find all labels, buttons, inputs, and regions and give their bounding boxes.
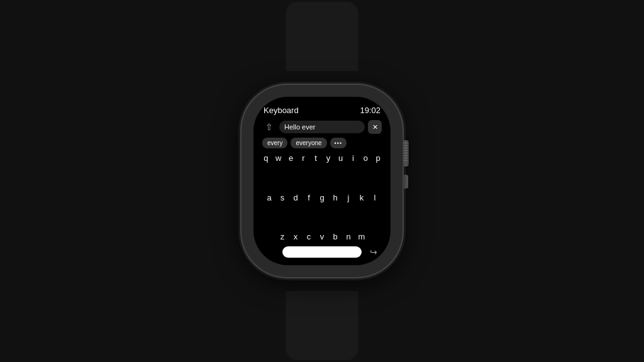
digital-crown[interactable]: [402, 140, 409, 167]
key-n[interactable]: n: [343, 232, 354, 241]
key-k[interactable]: k: [357, 193, 367, 202]
key-g[interactable]: g: [317, 193, 328, 202]
suggestion-every-label: every: [267, 140, 282, 146]
key-o[interactable]: o: [360, 153, 370, 163]
keyboard-row-2: a s d f g h j k l: [261, 193, 383, 202]
key-w[interactable]: w: [274, 153, 284, 163]
backspace-icon: ✕: [372, 123, 378, 131]
input-row: ⇧ Hello ever ✕: [261, 120, 383, 134]
key-v[interactable]: v: [317, 232, 328, 241]
key-y[interactable]: y: [323, 153, 333, 163]
send-icon: ↪: [370, 247, 377, 257]
keyboard-row-3: z x c v b n m: [261, 232, 383, 241]
space-bar[interactable]: [282, 246, 362, 258]
screen-header: Keyboard 19:02: [261, 106, 383, 115]
key-x[interactable]: x: [291, 232, 301, 241]
key-z[interactable]: z: [277, 232, 288, 241]
suggestion-every[interactable]: every: [262, 138, 287, 148]
key-j[interactable]: j: [343, 193, 354, 202]
time-display: 19:02: [360, 106, 380, 115]
emoji-icon: ☺: [266, 247, 275, 257]
key-u[interactable]: u: [336, 153, 346, 163]
shift-button[interactable]: ⇧: [262, 120, 276, 134]
watch-container: Keyboard 19:02 ⇧ Hello ever ✕ every: [221, 62, 423, 300]
key-t[interactable]: t: [311, 153, 321, 163]
watch-case: Keyboard 19:02 ⇧ Hello ever ✕ every: [240, 84, 404, 278]
key-f[interactable]: f: [304, 193, 314, 202]
key-p[interactable]: p: [373, 153, 383, 163]
send-button[interactable]: ↪: [367, 245, 380, 259]
key-r[interactable]: r: [298, 153, 308, 163]
more-dots-icon: •••: [335, 140, 342, 146]
suggestion-everyone-label: everyone: [296, 140, 321, 146]
suggestions-row: every everyone •••: [261, 138, 383, 148]
key-i[interactable]: i: [348, 153, 358, 163]
backspace-button[interactable]: ✕: [368, 120, 382, 134]
key-e[interactable]: e: [286, 153, 296, 163]
band-bottom: [286, 291, 358, 360]
watch-screen: Keyboard 19:02 ⇧ Hello ever ✕ every: [253, 97, 391, 265]
key-q[interactable]: q: [261, 153, 271, 163]
text-field-content: Hello ever: [284, 123, 316, 131]
key-h[interactable]: h: [330, 193, 341, 202]
key-m[interactable]: m: [357, 232, 367, 241]
emoji-button[interactable]: ☺: [264, 245, 277, 259]
keyboard-area: q w e r t y u i o p a s d f g h: [261, 153, 383, 241]
key-l[interactable]: l: [370, 193, 380, 202]
key-c[interactable]: c: [304, 232, 314, 241]
bottom-bar: ☺ ↪: [261, 245, 383, 259]
key-a[interactable]: a: [264, 193, 275, 202]
more-suggestions-button[interactable]: •••: [330, 138, 347, 148]
suggestion-everyone[interactable]: everyone: [291, 138, 326, 148]
key-s[interactable]: s: [277, 193, 288, 202]
side-button[interactable]: [403, 175, 408, 189]
shift-icon: ⇧: [265, 122, 273, 132]
app-title: Keyboard: [264, 106, 299, 115]
keyboard-row-1: q w e r t y u i o p: [261, 153, 383, 163]
band-top: [286, 2, 358, 71]
key-d[interactable]: d: [291, 193, 301, 202]
text-field[interactable]: Hello ever: [279, 121, 365, 133]
key-b[interactable]: b: [330, 232, 341, 241]
